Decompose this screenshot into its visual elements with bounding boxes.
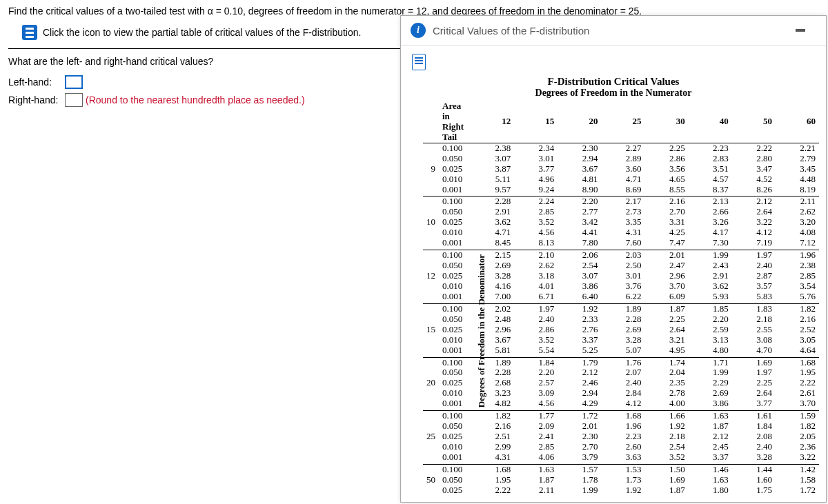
critical-value-cell: 2.34 [514,143,558,153]
critical-value-cell: 2.09 [514,421,558,432]
critical-value-cell: 1.82 [776,303,819,314]
critical-value-cell: 2.30 [558,432,601,442]
critical-value-cell: 5.93 [689,292,732,303]
critical-value-cell: 2.27 [601,143,644,153]
critical-value-cell: 8.69 [601,185,644,196]
area-head-1: Area in [442,101,461,121]
critical-value-cell: 3.09 [514,388,558,399]
num-df-col: 20 [558,101,601,143]
critical-value-cell: 2.11 [776,196,819,207]
denom-df-label [423,335,439,345]
alpha-level: 0.001 [439,185,471,196]
critical-value-cell: 3.35 [601,217,644,228]
critical-value-cell: 3.37 [689,452,732,464]
denom-df-label [423,196,439,207]
critical-value-cell: 2.23 [689,143,732,153]
critical-value-cell: 1.84 [514,357,558,367]
alpha-level: 0.100 [439,303,471,314]
critical-value-cell: 2.25 [645,143,689,153]
critical-value-cell: 1.82 [776,421,819,432]
critical-value-cell: 4.65 [645,174,689,185]
critical-value-cell: 4.41 [558,228,601,238]
critical-value-cell: 3.20 [776,217,819,228]
denom-df-label [423,367,439,378]
critical-value-cell: 2.76 [558,325,601,335]
critical-value-cell: 1.95 [471,475,514,485]
critical-value-cell: 3.63 [601,452,644,464]
table-link-icon[interactable] [22,25,37,40]
denom-df-label: 15 [423,325,439,335]
alpha-level: 0.050 [439,207,471,217]
alpha-level: 0.010 [439,281,471,292]
critical-value-cell: 1.82 [471,411,514,421]
critical-value-cell: 3.51 [689,164,732,174]
denom-df-label: 25 [423,432,439,442]
critical-value-cell: 6.40 [558,292,601,303]
critical-value-cell: 3.52 [514,335,558,345]
critical-value-cell: 2.25 [645,314,689,325]
critical-value-cell: 1.77 [514,411,558,421]
critical-value-cell: 9.57 [471,185,514,196]
critical-value-cell: 4.25 [645,228,689,238]
critical-value-cell: 2.80 [732,154,776,164]
critical-value-cell: 4.48 [776,174,819,185]
denom-df-label [423,261,439,271]
critical-value-cell: 6.22 [601,292,644,303]
critical-value-cell: 1.72 [776,485,819,497]
right-hand-input[interactable] [65,93,83,107]
critical-value-cell: 1.92 [558,303,601,314]
critical-value-cell: 1.63 [514,464,558,474]
critical-value-cell: 4.71 [471,228,514,238]
critical-value-cell: 1.66 [645,411,689,421]
denom-df-label [423,485,439,497]
critical-value-cell: 2.60 [601,442,644,452]
critical-value-cell: 1.59 [776,411,819,421]
critical-value-cell: 3.45 [776,164,819,174]
denom-df-label [423,174,439,185]
critical-value-cell: 4.81 [558,174,601,185]
critical-value-cell: 4.80 [689,345,732,357]
critical-value-cell: 1.99 [689,250,732,261]
area-head-2: Right Tail [442,121,464,142]
num-df-col: 15 [514,101,558,143]
alpha-level: 0.025 [439,271,471,281]
fdist-heading-1: F-Distribution Critical Values [408,76,819,88]
denom-df-label [423,303,439,314]
critical-value-cell: 2.47 [645,261,689,271]
critical-value-cell: 7.19 [732,238,776,250]
critical-value-cell: 3.52 [645,452,689,464]
critical-value-cell: 2.70 [645,207,689,217]
critical-value-cell: 2.59 [689,325,732,335]
minimize-icon[interactable] [796,29,805,32]
critical-value-cell: 2.25 [732,378,776,388]
critical-value-cell: 1.58 [776,475,819,485]
critical-value-cell: 1.68 [471,464,514,474]
critical-value-cell: 1.46 [689,464,732,474]
critical-value-cell: 2.99 [471,442,514,452]
alpha-level: 0.100 [439,357,471,367]
critical-value-cell: 1.92 [645,421,689,432]
critical-value-cell: 2.46 [558,378,601,388]
critical-value-cell: 2.40 [732,261,776,271]
alpha-level: 0.050 [439,261,471,271]
document-icon[interactable] [412,54,426,70]
critical-value-cell: 2.13 [689,196,732,207]
critical-value-cell: 3.70 [645,281,689,292]
critical-value-cell: 8.45 [471,238,514,250]
y-axis-label: Degrees of Freedom in the Denominator [476,254,487,407]
critical-value-cell: 2.12 [732,196,776,207]
critical-value-cell: 2.85 [514,207,558,217]
critical-value-cell: 2.28 [471,196,514,207]
critical-value-cell: 2.86 [645,154,689,164]
critical-value-cell: 3.60 [601,164,644,174]
alpha-level: 0.050 [439,314,471,325]
table-link-text[interactable]: Click the icon to view the partial table… [43,27,361,38]
alpha-level: 0.001 [439,292,471,303]
denom-df-label [423,421,439,432]
critical-value-cell: 2.96 [645,271,689,281]
critical-value-cell: 1.60 [732,475,776,485]
critical-value-cell: 4.64 [776,345,819,357]
critical-value-cell: 8.26 [732,185,776,196]
left-hand-input[interactable] [65,75,83,89]
critical-value-cell: 4.08 [776,228,819,238]
